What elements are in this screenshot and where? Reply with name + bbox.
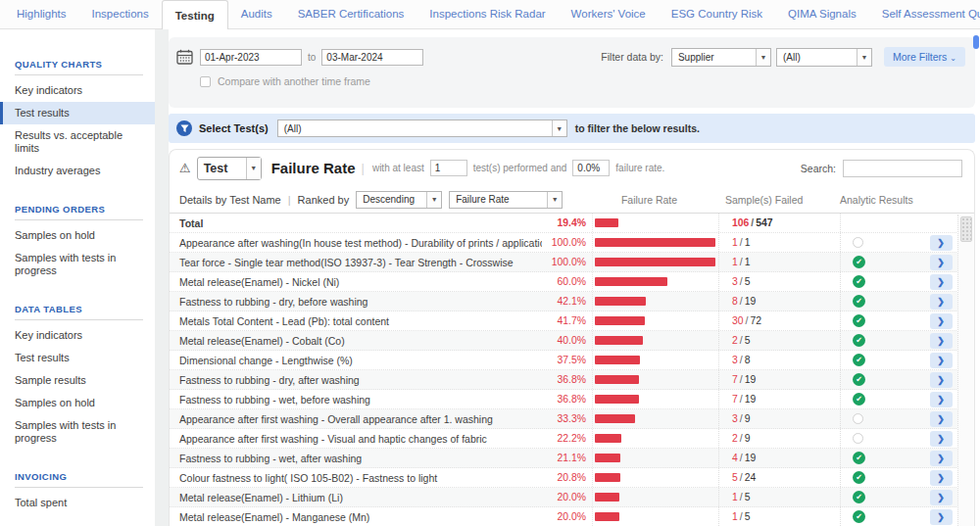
total-row: Total 19.4% 106/547 [170,214,974,233]
row-detail-chevron-button[interactable]: ❯ [930,431,953,447]
row-detail-chevron-button[interactable]: ❯ [930,235,953,251]
sidebar-item-samples-with-tests-in-progress[interactable]: Samples with tests in progress [0,414,155,450]
row-detail-chevron-button[interactable]: ❯ [930,313,953,329]
failure-rate-bar [592,292,718,311]
date-from-input[interactable] [200,49,302,66]
compare-timeframe-toggle[interactable]: Compare with another time frame [200,75,965,87]
row-detail-chevron-button[interactable]: ❯ [930,255,953,270]
sidebar-item-test-results[interactable]: Test results [0,347,155,369]
tab-workers-voice[interactable]: Workers' Voice [559,0,659,28]
samples-failed-value: 3/5 [718,272,840,291]
select-tests-label: Select Test(s) [199,122,269,134]
sidebar-item-samples-on-hold[interactable]: Samples on hold [0,392,155,414]
samples-failed-value: 30/72 [718,311,840,330]
test-name: Appearance after washing(In house test m… [170,237,542,249]
samples-failed-value: 2/5 [718,331,840,350]
table-row: Metal release(Enamel) - Cobalt (Co)40.0%… [170,331,974,351]
select-tests-dropdown[interactable]: (All) ▼ [277,120,567,137]
row-detail-chevron-button[interactable]: ❯ [930,411,953,427]
check-circle-icon: ✔ [853,256,865,268]
test-name: Fastness to rubbing - dry, before washin… [170,296,542,308]
sidebar-scrollbar[interactable] [155,29,169,526]
table-scrollbar[interactable] [957,215,974,526]
more-filters-button[interactable]: More Filters ⌄ [884,47,965,67]
min-tests-input[interactable] [430,160,467,176]
row-detail-chevron-button[interactable]: ❯ [930,274,953,290]
min-rate-input[interactable] [572,160,610,176]
table-row: Appearance after first washing - Overall… [170,409,974,429]
sidebar-item-samples-on-hold[interactable]: Samples on hold [0,224,155,247]
tab-testing[interactable]: Testing [162,0,228,29]
table-header-row: Details by Test Name | Ranked by Descend… [170,186,974,214]
check-circle-icon: ✔ [853,314,865,327]
test-name: Fastness to rubbing - dry, after washing [170,374,542,386]
samples-failed-value: 7/19 [718,370,840,389]
failure-rate-bar [592,449,718,467]
tab-highlights[interactable]: Highlights [4,0,79,28]
table-row: Colour fastness to light( ISO 105-B02) -… [170,468,974,488]
table-row: Metal release(Enamel) - Nickel (Ni)60.0%… [170,272,974,292]
tab-saber-certifications[interactable]: SABER Certifications [285,0,417,28]
sidebar-item-sample-results[interactable]: Sample results [0,369,155,392]
sidebar-item-samples-with-tests-in-progress[interactable]: Samples with tests in progress [0,247,155,282]
failure-rate-value: 36.8% [542,374,586,385]
filter-field-select[interactable]: Supplier ▼ [671,48,771,67]
row-detail-chevron-button[interactable]: ❯ [930,294,953,310]
test-name: Fastness to rubbing - wet, before washin… [170,394,542,406]
failure-rate-value: 40.0% [542,335,586,346]
check-circle-icon: ✔ [853,452,865,464]
table-scrollbar-thumb[interactable] [960,216,972,242]
row-detail-chevron-button[interactable]: ❯ [930,353,953,368]
date-to-input[interactable] [321,49,423,66]
check-circle-icon: ✔ [853,295,865,308]
table-row: Appearance after first washing - Visual … [170,429,974,449]
filter-value-select[interactable]: (All) ▼ [776,48,872,67]
row-detail-chevron-button[interactable]: ❯ [930,470,953,486]
search-input[interactable] [843,160,962,177]
tab-qima-signals[interactable]: QIMA Signals [775,0,869,28]
tab-audits[interactable]: Audits [228,0,285,28]
check-circle-icon: ✔ [853,275,865,288]
sort-order-select[interactable]: Descending ▼ [356,191,442,209]
sidebar-item-industry-averages[interactable]: Industry averages [0,160,155,182]
test-name: Colour fastness to light( ISO 105-B02) -… [170,472,542,484]
empty-circle-icon [853,237,863,248]
chevron-down-icon: ▼ [547,192,562,208]
test-type-select[interactable]: Test ▼ [197,157,262,180]
table-row: Metal release(Enamel) - Manganese (Mn)20… [170,507,974,526]
row-detail-chevron-button[interactable]: ❯ [930,509,953,525]
chevron-down-icon: ▼ [857,49,871,66]
sidebar-item-total-spent[interactable]: Total spent [0,492,155,514]
tab-esg-country-risk[interactable]: ESG Country Risk [659,0,775,28]
samples-failed-value: 7/19 [718,390,840,408]
tab-inspections[interactable]: Inspections [79,0,162,28]
row-detail-chevron-button[interactable]: ❯ [930,333,953,349]
sidebar-item-test-results[interactable]: Test results [0,102,155,124]
failure-rate-bar [592,272,718,291]
sidebar-item-results-vs-acceptable-limits[interactable]: Results vs. acceptable limits [0,124,155,160]
sidebar-item-key-indicators[interactable]: Key indicators [0,79,155,102]
analytic-results-cell: ✔ [840,292,922,311]
samples-failed-value: 8/19 [718,292,840,311]
analytic-results-cell [840,429,922,448]
row-detail-chevron-button[interactable]: ❯ [930,490,953,505]
row-detail-chevron-button[interactable]: ❯ [930,392,953,407]
sidebar-section-title: QUALITY CHARTS [0,55,155,74]
page-scrollbar-thumb[interactable] [973,35,979,49]
main-content: to Filter data by: Supplier ▼ (All) ▼ Mo… [169,29,980,526]
sort-field-select[interactable]: Failure Rate ▼ [449,191,563,209]
row-detail-chevron-button[interactable]: ❯ [930,451,953,466]
sidebar: QUALITY CHARTSKey indicatorsTest results… [0,29,155,526]
sidebar-section-title: DATA TABLES [0,300,155,319]
failure-rate-value: 21.1% [542,453,586,463]
tab-inspections-risk-radar[interactable]: Inspections Risk Radar [416,0,558,28]
test-name: Metal release(Enamel) - Manganese (Mn) [170,511,542,523]
samples-failed-value: 2/9 [718,429,840,448]
test-name: Metal release(Enamel) - Cobalt (Co) [170,335,542,347]
tab-self-assessment-quest[interactable]: Self Assessment Quest... [869,0,980,28]
row-detail-chevron-button[interactable]: ❯ [930,372,953,388]
compare-checkbox[interactable] [200,76,211,87]
sidebar-section: DATA TABLESKey indicatorsTest resultsSam… [0,300,155,450]
analytic-results-cell [840,233,922,252]
sidebar-item-key-indicators[interactable]: Key indicators [0,324,155,347]
